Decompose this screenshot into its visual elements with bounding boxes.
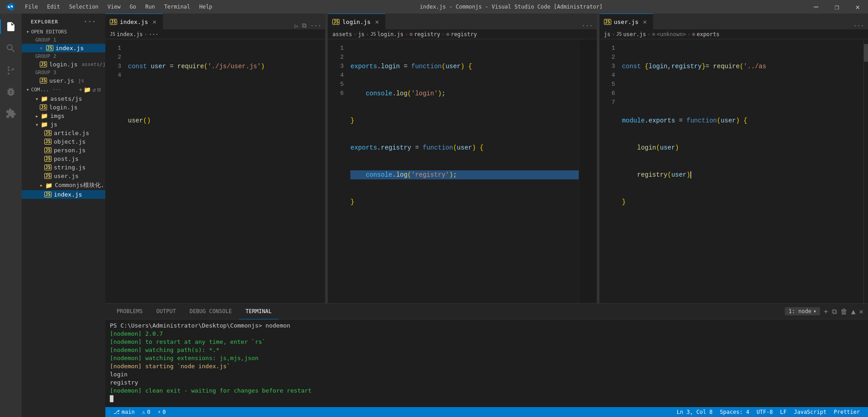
delete-terminal-icon[interactable]: 🗑 [840,307,848,316]
explorer-actions: ··· [84,18,96,25]
chevron-down-icon: ▾ [26,87,29,93]
editor-1: JS index.js ✕ ▷ ⧉ ··· JS index.js › ··· [105,14,326,303]
open-editor-index-js[interactable]: ✕ JS index.js [22,44,105,52]
terminal-line: PS C:\Users\Administrator\Desktop\Common… [110,322,863,330]
menu-help[interactable]: Help [195,0,217,14]
tree-index-js-active[interactable]: JS index.js [22,190,105,199]
menu-edit[interactable]: Edit [42,0,65,14]
source-control-icon[interactable] [0,59,22,81]
menu-terminal[interactable]: Terminal [160,0,195,14]
js-tab-icon: JS [604,19,611,25]
tab-user-js[interactable]: JS user.js ✕ [599,14,654,29]
refresh-icon[interactable]: ↺ [92,86,96,93]
tree-string-js[interactable]: JS string.js [22,163,105,172]
close-icon[interactable]: ✕ [40,45,43,51]
js-file-icon: JS [40,78,47,84]
more-actions-icon[interactable]: ··· [84,18,96,25]
more-actions-icon[interactable]: ··· [853,22,864,29]
tab-close-icon[interactable]: ✕ [373,18,381,25]
open-editor-user-js[interactable]: JS user.js js [22,76,105,85]
status-eol[interactable]: LF [777,409,790,415]
menu-run[interactable]: Run [141,0,160,14]
status-cursor[interactable]: Ln 3, Col 8 [673,409,716,415]
maximize-button[interactable]: ❐ [826,0,847,14]
tree-post-js[interactable]: JS post.js [22,155,105,163]
line-numbers-1: 1 2 3 4 [105,39,126,303]
shell-selector[interactable]: 1: node ▾ [785,307,820,315]
tab-login-js[interactable]: JS login.js ✕ [328,14,386,29]
status-warnings[interactable]: ⚡ 0 [154,409,169,415]
minimize-button[interactable]: ─ [806,0,826,14]
tab-label: user.js [614,19,639,25]
shell-label: 1: node [788,308,811,314]
open-editor-login-js[interactable]: JS login.js assets/js [22,60,105,69]
window-controls: ─ ❐ ✕ [806,0,868,14]
tree-imgs-folder[interactable]: ▸ 📁 imgs [22,112,105,120]
code-area-2[interactable]: 1 2 3 4 5 6 exports.login = function(use… [328,39,596,303]
open-editors-section[interactable]: ▾ OPEN EDITORS [22,28,105,36]
code-area-1[interactable]: 1 2 3 4 const user = require('./js/user.… [105,39,325,303]
folder-icon: ▸ [40,182,43,188]
scrollbar-3[interactable] [863,39,868,303]
editor-2: JS login.js ✕ ··· assets › js › JS login… [328,14,597,303]
extensions-icon[interactable] [0,103,22,124]
more-actions-icon[interactable]: ··· [581,22,593,29]
symbol-icon3: ⊙ [652,31,655,37]
collapse-icon[interactable]: ⊟ [97,86,101,93]
status-errors[interactable]: ⚠ 0 [138,409,154,415]
menu-selection[interactable]: Selection [65,0,103,14]
code-content-3: const {login,registry}= require('../as m… [620,39,863,303]
new-file-icon[interactable]: + [79,86,83,93]
commonjs-section[interactable]: ▾ COM... ··· + 📁 ↺ ⊟ [22,85,105,94]
close-button[interactable]: ✕ [847,0,868,14]
tree-person-js[interactable]: JS person.js [22,146,105,155]
split-editor-icon[interactable]: ⧉ [302,22,307,29]
js-breadcrumb-icon: JS [616,32,622,37]
tree-assets-folder[interactable]: ▾ 📁 assets/js [22,94,105,103]
tree-commonjs-folder[interactable]: ▸ 📁 Commonjs模块化... [22,180,105,190]
tab-problems[interactable]: PROBLEMS [110,304,150,319]
menu-go[interactable]: Go [125,0,141,14]
files-icon[interactable] [0,16,22,37]
search-icon[interactable] [0,37,22,59]
new-folder-icon[interactable]: 📁 [84,86,91,93]
js-file-icon: JS [44,147,52,153]
status-branch[interactable]: ⎇ main [110,409,138,415]
debug-icon[interactable] [0,81,22,103]
status-encoding[interactable]: UTF-8 [753,409,776,415]
tree-js-folder[interactable]: ▾ 📁 js [22,120,105,129]
split-terminal-icon[interactable]: ⧉ [832,307,837,316]
line-numbers-3: 1 2 3 4 5 6 7 [599,39,620,303]
maximize-panel-icon[interactable]: ▲ [851,307,856,316]
status-indent[interactable]: Spaces: 4 [716,409,753,415]
editors-container: JS index.js ✕ ▷ ⧉ ··· JS index.js › ··· [105,14,868,303]
close-panel-icon[interactable]: ✕ [859,307,863,316]
breadcrumb-registry1: registry [414,31,440,37]
status-language[interactable]: JavaScript [790,409,830,415]
code-content-2: exports.login = function(user) { console… [348,39,578,303]
status-bar: ⎇ main ⚠ 0 ⚡ 0 Ln 3, Col 8 Spaces: 4 UTF… [105,407,868,417]
run-icon[interactable]: ▷ [295,22,298,29]
add-terminal-icon[interactable]: + [824,307,828,316]
scrollbar-thumb[interactable] [864,44,868,62]
tab-terminal[interactable]: TERMINAL [239,304,278,319]
tab-debug-console[interactable]: DEBUG CONSOLE [183,304,239,319]
editor1-actions: ▷ ⧉ ··· [291,22,326,29]
tree-article-js[interactable]: JS article.js [22,129,105,137]
status-formatter[interactable]: Prettier [830,409,863,415]
tab-close-icon[interactable]: ✕ [151,18,158,25]
tab-output[interactable]: OUTPUT [150,304,183,319]
open-editor-label: login.js [49,61,78,68]
tree-user-js[interactable]: JS user.js [22,172,105,180]
menu-view[interactable]: View [103,0,125,14]
tab-index-js[interactable]: JS index.js ✕ [105,14,163,29]
tree-login-js[interactable]: JS login.js [22,103,105,112]
tree-object-js[interactable]: JS object.js [22,137,105,146]
js-tab-icon: JS [110,19,117,25]
folder-expand-icon: ▾ [35,122,38,128]
menu-file[interactable]: File [20,0,42,14]
window-title: index.js - Commonjs - Visual Studio Code… [217,4,806,10]
more-actions-icon[interactable]: ··· [310,22,321,29]
tab-close-icon[interactable]: ✕ [641,18,648,25]
code-area-3[interactable]: 1 2 3 4 5 6 7 const {login,registry}= re… [599,39,868,303]
